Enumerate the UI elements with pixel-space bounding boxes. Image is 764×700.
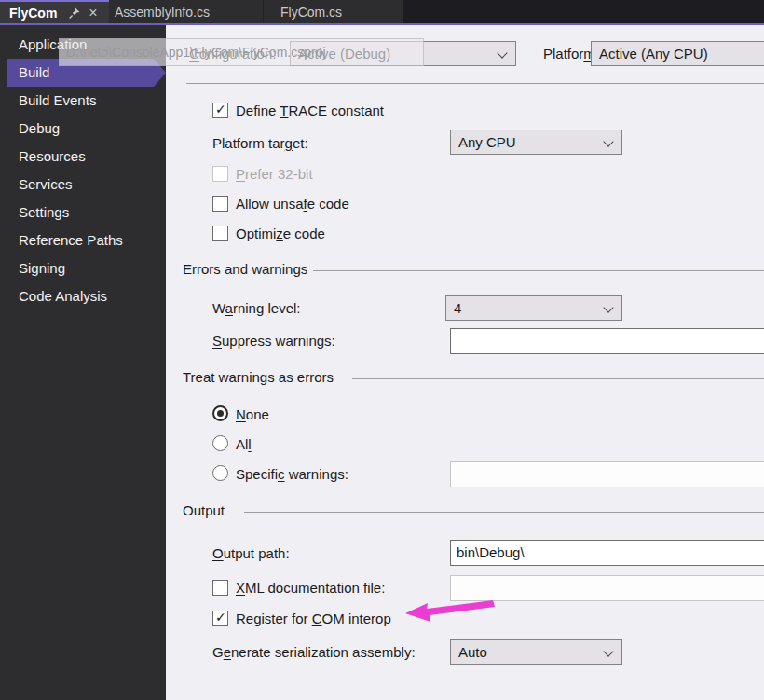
warning-level-dropdown[interactable]: 4 (445, 295, 622, 321)
sidebar-item-settings[interactable]: Settings (0, 199, 166, 226)
vs-project-properties-window: FlyCom × AssemblyInfo.cs FlyCom.cs Appli… (0, 0, 764, 700)
platform-target-value: Any CPU (458, 134, 516, 150)
close-icon[interactable]: × (89, 7, 97, 20)
sidebar-item-resources[interactable]: Resources (0, 143, 166, 171)
radio-specific-warnings[interactable] (212, 465, 228, 481)
tab-flycom[interactable]: FlyCom × (0, 0, 109, 23)
xml-doc-label: XML documentation file: (236, 580, 385, 597)
configuration-value: Active (Debug) (298, 46, 390, 62)
warning-level-label: Warning level: (212, 300, 301, 317)
radio-none-label: None (236, 406, 269, 423)
sidebar-item-reference-paths[interactable]: Reference Paths (0, 226, 166, 254)
output-path-label: Output path: (212, 545, 290, 562)
chevron-down-icon (497, 48, 507, 58)
radio-all[interactable] (212, 435, 228, 451)
sidebar-item-debug[interactable]: Debug (0, 115, 166, 143)
chevron-down-icon (603, 646, 613, 656)
allow-unsafe-checkbox[interactable] (212, 196, 228, 212)
generate-serialization-label: Generate serialization assembly: (212, 644, 416, 661)
tab-flycom-cs-label: FlyCom.cs (280, 5, 342, 20)
sidebar-item-services[interactable]: Services (0, 171, 166, 199)
output-group-title: Output (183, 502, 225, 519)
treat-warnings-group-title: Treat warnings as errors (183, 369, 334, 386)
document-tab-strip: FlyCom × AssemblyInfo.cs FlyCom.cs (0, 0, 764, 23)
prefer-32bit-label: Prefer 32-bit (236, 166, 313, 183)
build-properties-page: Configuration: Active (Debug) Platform: … (166, 25, 764, 700)
tab-assemblyinfo-label: AssemblyInfo.cs (115, 5, 210, 20)
register-com-checkbox[interactable] (212, 611, 228, 626)
sidebar-item-signing[interactable]: Signing (0, 254, 166, 282)
register-com-label: Register for COM interop (236, 611, 391, 627)
group-divider (244, 512, 764, 513)
platform-value: Active (Any CPU) (599, 46, 708, 62)
sidebar-item-build-events[interactable]: Build Events (0, 87, 166, 115)
suppress-warnings-label: Suppress warnings: (212, 333, 335, 350)
group-divider (313, 270, 764, 271)
properties-sidebar: Application Build Build Events Debug Res… (0, 25, 166, 700)
sidebar-item-code-analysis[interactable]: Code Analysis (0, 282, 166, 310)
optimize-code-label: Optimize code (236, 226, 325, 242)
output-path-input[interactable]: bin\Debug\ (450, 540, 764, 566)
radio-specific-warnings-label: Specific warnings: (236, 466, 348, 483)
optimize-code-checkbox[interactable] (212, 226, 228, 241)
configuration-label: Configuration: (189, 46, 276, 62)
platform-dropdown[interactable]: Active (Any CPU) (591, 41, 764, 66)
sidebar-item-application[interactable]: Application (0, 31, 166, 59)
tab-flycom-label: FlyCom (9, 6, 57, 21)
xml-doc-checkbox[interactable] (212, 580, 228, 596)
errors-warnings-group-title: Errors and warnings (183, 261, 307, 278)
group-divider (352, 378, 764, 379)
chevron-down-icon (603, 136, 613, 146)
define-trace-label: Define TRACE constant (236, 103, 384, 119)
platform-target-dropdown[interactable]: Any CPU (450, 130, 622, 155)
annotation-arrow-icon (403, 599, 497, 627)
sidebar-item-build[interactable]: Build (7, 59, 154, 87)
allow-unsafe-label: Allow unsafe code (236, 196, 349, 213)
radio-none[interactable] (212, 405, 228, 421)
define-trace-checkbox[interactable] (212, 103, 228, 118)
chevron-down-icon (603, 302, 613, 312)
generate-serialization-value: Auto (458, 644, 487, 660)
warning-level-value: 4 (454, 300, 461, 316)
configuration-dropdown[interactable]: Active (Debug) (290, 41, 516, 66)
section-divider (186, 83, 764, 84)
suppress-warnings-input[interactable] (450, 328, 764, 354)
specific-warnings-input (450, 461, 764, 487)
generate-serialization-dropdown[interactable]: Auto (450, 639, 622, 665)
pin-icon[interactable] (68, 7, 81, 20)
tab-flycom-cs[interactable]: FlyCom.cs (264, 0, 403, 23)
tab-assemblyinfo[interactable]: AssemblyInfo.cs (109, 0, 264, 23)
prefer-32bit-checkbox (212, 166, 228, 182)
xml-doc-input (450, 575, 764, 601)
platform-target-label: Platform target: (212, 135, 308, 152)
radio-all-label: All (236, 436, 252, 453)
